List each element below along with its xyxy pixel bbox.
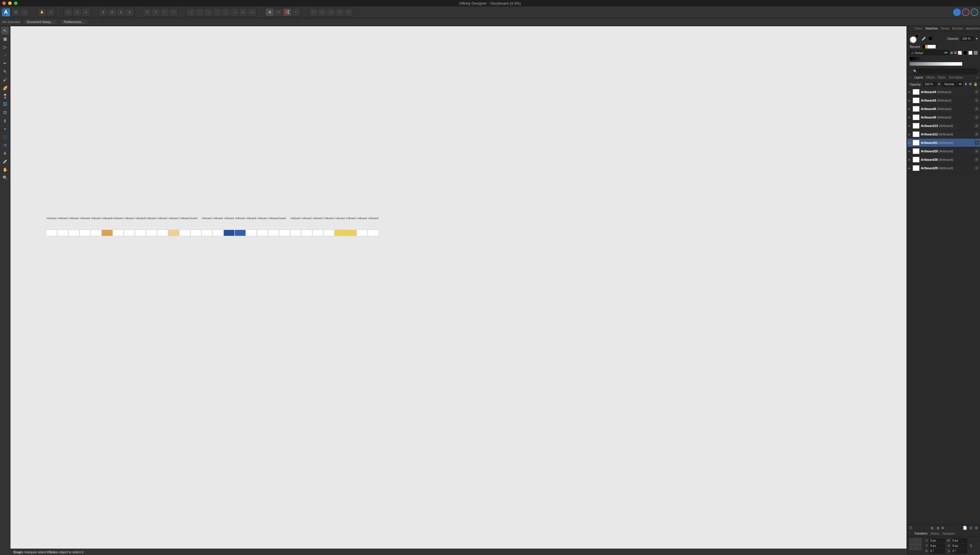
tab-text-styles[interactable]: Text Styles: [949, 76, 963, 79]
layer-row[interactable]: ▶Artboard13 (Artboard)✓: [907, 122, 980, 130]
artboard-label[interactable]: Artboard30: [368, 217, 379, 220]
artboard-label[interactable]: Artboard13: [180, 217, 190, 220]
artboard[interactable]: [224, 230, 234, 236]
align-top-icon[interactable]: ⫞: [213, 8, 221, 16]
artboard-label[interactable]: Artboard: [47, 217, 57, 220]
brush-tool-icon[interactable]: 🖌: [1, 76, 9, 83]
grey-swatch[interactable]: [917, 62, 920, 66]
grey-swatch[interactable]: [925, 62, 928, 66]
artboard-label[interactable]: Artboard: [290, 217, 301, 220]
artboard-label[interactable]: Artboard6: [102, 217, 112, 220]
artboard[interactable]: [191, 230, 201, 236]
h-input[interactable]: [951, 544, 967, 548]
artboard[interactable]: [257, 230, 268, 236]
artboard[interactable]: [168, 230, 179, 236]
visibility-checkbox-icon[interactable]: ✓: [975, 107, 979, 111]
nostyle-icon[interactable]: ⊘: [47, 8, 55, 16]
artboard-label[interactable]: Artboard21: [268, 217, 279, 220]
palette-select[interactable]: △ Greys ≡▾: [909, 50, 949, 55]
grey-swatch[interactable]: [957, 62, 959, 66]
artboard-label[interactable]: board: [279, 217, 290, 220]
grey-swatch[interactable]: [949, 62, 952, 66]
artboard-label[interactable]: Artboard: [302, 217, 312, 220]
swatch-search-input[interactable]: [913, 69, 978, 74]
rounded-rect-tool-icon[interactable]: ▢: [1, 133, 9, 141]
artboard-label[interactable]: Artboard: [235, 217, 245, 220]
color-picker-tool-icon[interactable]: 💉: [1, 157, 9, 165]
artboard-label[interactable]: Artboard4: [80, 217, 90, 220]
blend-mode-select[interactable]: Normal: [942, 82, 963, 87]
layer-stack-icon[interactable]: ☰: [909, 526, 912, 530]
grey-swatch[interactable]: [952, 62, 954, 66]
flip-horizontal-icon[interactable]: ⬌: [143, 8, 151, 16]
visibility-checkbox-icon[interactable]: ✓: [975, 90, 979, 94]
s-input[interactable]: [951, 549, 967, 553]
recent-swatch[interactable]: [922, 45, 925, 48]
layer-row[interactable]: ▶Artboard20 (Artboard)✓: [907, 147, 980, 156]
palette-grid-icon[interactable]: ⊞: [950, 51, 953, 55]
view-mode-grid-icon[interactable]: ▦: [12, 8, 20, 16]
visibility-checkbox-icon[interactable]: ✓: [975, 132, 979, 136]
grey-swatch[interactable]: [946, 62, 949, 66]
grey-swatch[interactable]: [928, 62, 931, 66]
text-tool-icon[interactable]: A: [1, 149, 9, 157]
opacity-input[interactable]: [961, 37, 974, 41]
visibility-checkbox-icon[interactable]: ✓: [975, 115, 979, 119]
insert-below-icon[interactable]: ◳: [335, 8, 344, 16]
snap-dropdown-icon[interactable]: ▾: [292, 8, 300, 16]
layer-row[interactable]: ▶Artboard3 (Artboard)✓: [907, 96, 980, 105]
artboard-label[interactable]: Artboard: [146, 217, 157, 220]
rectangle-tool-icon[interactable]: ▮: [1, 117, 9, 124]
recent-swatch[interactable]: [925, 45, 928, 48]
layer-list[interactable]: ▶Artboard4 (Artboard)✓▶Artboard3 (Artboa…: [907, 88, 980, 525]
visibility-checkbox-icon[interactable]: ✓: [975, 124, 979, 128]
grey-swatch[interactable]: [912, 62, 915, 66]
artboard[interactable]: [180, 230, 190, 236]
corner-tool-icon[interactable]: ⟋: [1, 51, 9, 59]
recent-swatches[interactable]: [922, 45, 936, 48]
artboard-label[interactable]: Artboard: [157, 217, 168, 220]
pencil-tool-icon[interactable]: ✎: [1, 68, 9, 75]
distribute-vertical-icon[interactable]: ⫥: [248, 8, 256, 16]
panel-grip-icon[interactable]: ⠿: [909, 532, 911, 535]
artboard-label[interactable]: Artboard: [213, 217, 223, 220]
mask-icon[interactable]: ◐: [931, 526, 934, 530]
artboard[interactable]: [235, 230, 245, 236]
artboard-label[interactable]: Artboard: [124, 217, 135, 220]
hand-icon[interactable]: ✋: [38, 8, 46, 16]
greys-swatch-row-2[interactable]: [909, 62, 978, 66]
tab-history[interactable]: History: [930, 532, 940, 535]
artboard-label[interactable]: Artboard: [69, 217, 79, 220]
blend-stepper-icon[interactable]: ⬍: [964, 82, 967, 86]
anchor-selector[interactable]: [909, 538, 921, 550]
artboard[interactable]: [91, 230, 101, 236]
tab-transform[interactable]: Transform: [914, 532, 927, 535]
y-input[interactable]: [929, 544, 945, 548]
x-input[interactable]: [929, 538, 945, 543]
layer-row[interactable]: ▶Artboard12 (Artboard)✓: [907, 130, 980, 139]
artboard-label[interactable]: Artboard: [91, 217, 101, 220]
adjustment-icon[interactable]: ◑: [936, 526, 939, 530]
node-tool-icon[interactable]: ▷: [1, 43, 9, 51]
snap-grid-icon[interactable]: ⊞: [73, 8, 81, 16]
grey-swatch[interactable]: [909, 62, 912, 66]
layer-opacity-input[interactable]: [923, 82, 937, 87]
tab-colour[interactable]: Colour: [914, 27, 922, 30]
ellipse-tool-icon[interactable]: ●: [1, 125, 9, 133]
preferences-button[interactable]: Preferences…: [60, 19, 88, 25]
artboard[interactable]: [69, 230, 79, 236]
align-bottom-icon[interactable]: ⫡: [231, 8, 239, 16]
artboard-label[interactable]: Artboard: [246, 217, 257, 220]
flip-vertical-icon[interactable]: ⬍: [152, 8, 160, 16]
artboard[interactable]: [102, 230, 112, 236]
artboard[interactable]: [47, 230, 57, 236]
grey-swatch[interactable]: [954, 62, 957, 66]
visibility-checkbox-icon[interactable]: ✓: [975, 141, 979, 145]
artboard[interactable]: [113, 230, 124, 236]
snap-diamond-icon[interactable]: ◈: [82, 8, 90, 16]
artboard-label[interactable]: Artboard: [168, 217, 179, 220]
zoom-tool-icon[interactable]: 🔍: [1, 174, 9, 181]
panel-grip-icon[interactable]: ⠿: [909, 76, 911, 79]
artboard[interactable]: [302, 230, 312, 236]
tab-navigator[interactable]: Navigator: [942, 532, 955, 535]
